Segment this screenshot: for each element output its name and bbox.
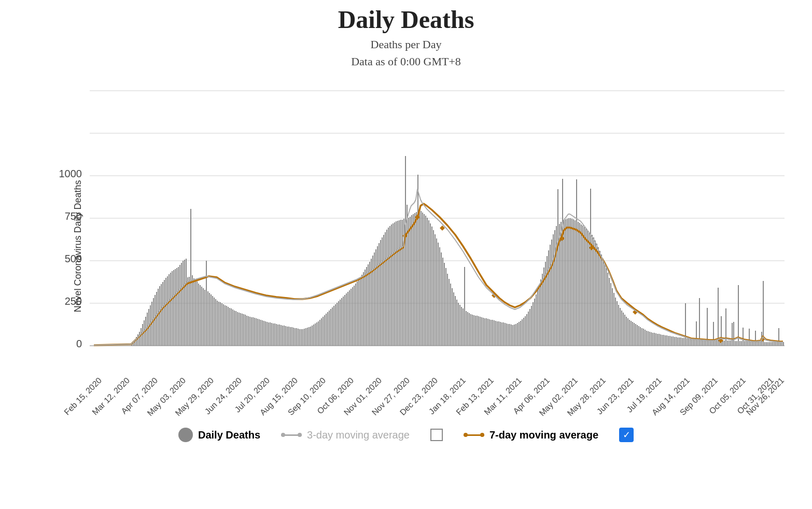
svg-rect-417 (758, 342, 759, 346)
svg-rect-51 (189, 277, 190, 346)
svg-rect-97 (260, 320, 261, 346)
svg-rect-263 (519, 322, 520, 346)
svg-rect-47 (183, 261, 184, 346)
svg-rect-222 (455, 296, 456, 346)
svg-rect-242 (486, 318, 487, 346)
chart-subtitle: Deaths per Day Data as of 0:00 GMT+8 (351, 36, 461, 70)
svg-rect-38 (169, 274, 170, 346)
svg-rect-217 (447, 274, 448, 346)
legend-3day-icon (281, 434, 302, 436)
svg-rect-106 (274, 323, 275, 346)
svg-rect-388 (713, 322, 714, 346)
svg-rect-412 (750, 342, 751, 346)
svg-rect-230 (467, 312, 468, 346)
svg-rect-75 (226, 306, 227, 346)
svg-rect-102 (268, 322, 269, 346)
svg-rect-423 (767, 342, 768, 346)
svg-rect-375 (693, 339, 694, 346)
svg-rect-276 (539, 285, 540, 346)
svg-rect-202 (424, 214, 425, 346)
svg-rect-68 (215, 299, 216, 346)
svg-rect-187 (400, 220, 401, 346)
legend-7day-square-icon (430, 429, 443, 441)
svg-rect-431 (780, 342, 781, 346)
svg-rect-40 (172, 271, 173, 346)
svg-rect-74 (225, 305, 226, 346)
svg-rect-70 (218, 302, 219, 346)
svg-rect-364 (676, 337, 677, 346)
svg-rect-425 (771, 342, 772, 346)
svg-rect-291 (562, 179, 563, 346)
svg-rect-328 (620, 308, 621, 346)
svg-rect-265 (522, 319, 523, 346)
svg-rect-367 (680, 337, 681, 346)
svg-rect-34 (162, 282, 163, 346)
svg-rect-86 (243, 314, 244, 346)
svg-rect-83 (239, 313, 240, 346)
svg-rect-69 (217, 301, 218, 346)
svg-rect-377 (696, 321, 697, 346)
svg-rect-78 (231, 308, 232, 346)
svg-rect-243 (487, 319, 488, 346)
svg-rect-429 (777, 342, 778, 346)
svg-rect-305 (584, 227, 585, 346)
svg-rect-264 (520, 321, 521, 346)
svg-rect-427 (774, 342, 775, 346)
svg-rect-85 (242, 314, 243, 346)
svg-rect-228 (464, 267, 465, 346)
svg-rect-309 (590, 189, 591, 346)
svg-text:0: 0 (76, 338, 82, 349)
svg-rect-206 (430, 223, 431, 346)
svg-rect-121 (298, 329, 299, 346)
svg-rect-50 (187, 277, 188, 346)
svg-rect-267 (525, 316, 526, 346)
svg-rect-241 (484, 318, 485, 346)
svg-rect-104 (271, 323, 272, 346)
svg-rect-348 (651, 332, 652, 346)
svg-rect-33 (161, 284, 162, 346)
svg-rect-317 (603, 259, 604, 346)
svg-rect-129 (310, 327, 311, 346)
svg-rect-100 (265, 321, 266, 346)
svg-rect-390 (716, 340, 717, 346)
svg-rect-298 (573, 219, 574, 346)
svg-rect-80 (234, 310, 235, 346)
svg-rect-373 (690, 338, 691, 346)
svg-rect-302 (579, 223, 580, 346)
legend-daily-deaths: Daily Deaths (178, 428, 260, 442)
svg-rect-406 (741, 341, 742, 346)
svg-rect-358 (666, 335, 667, 346)
svg-rect-117 (291, 327, 292, 346)
svg-rect-301 (578, 222, 579, 346)
svg-rect-96 (259, 319, 260, 346)
svg-rect-344 (645, 330, 646, 346)
svg-rect-131 (313, 324, 314, 346)
svg-rect-220 (452, 288, 453, 346)
svg-rect-323 (612, 288, 613, 346)
svg-rect-65 (211, 294, 212, 346)
svg-rect-249 (497, 321, 498, 346)
svg-rect-351 (655, 333, 656, 346)
svg-rect-244 (489, 319, 490, 346)
svg-rect-39 (170, 273, 171, 346)
svg-rect-219 (450, 284, 451, 346)
svg-rect-44 (178, 267, 179, 346)
svg-rect-161 (360, 277, 361, 346)
svg-rect-354 (660, 334, 661, 346)
svg-rect-148 (340, 300, 341, 346)
chart-legend: Daily Deaths 3-day moving average 7-day … (178, 428, 634, 442)
svg-rect-144 (333, 306, 334, 346)
svg-rect-19 (139, 332, 140, 346)
svg-rect-260 (514, 324, 515, 346)
svg-rect-158 (355, 284, 356, 346)
legend-checkbox[interactable]: ✓ (619, 428, 634, 442)
svg-rect-126 (305, 328, 306, 346)
svg-rect-192 (408, 218, 409, 346)
svg-rect-299 (575, 220, 576, 346)
svg-rect-368 (682, 338, 683, 346)
svg-rect-430 (778, 328, 779, 346)
svg-rect-140 (327, 312, 328, 346)
legend-7day-square (430, 429, 443, 441)
svg-rect-433 (783, 342, 784, 346)
svg-rect-286 (554, 230, 555, 346)
